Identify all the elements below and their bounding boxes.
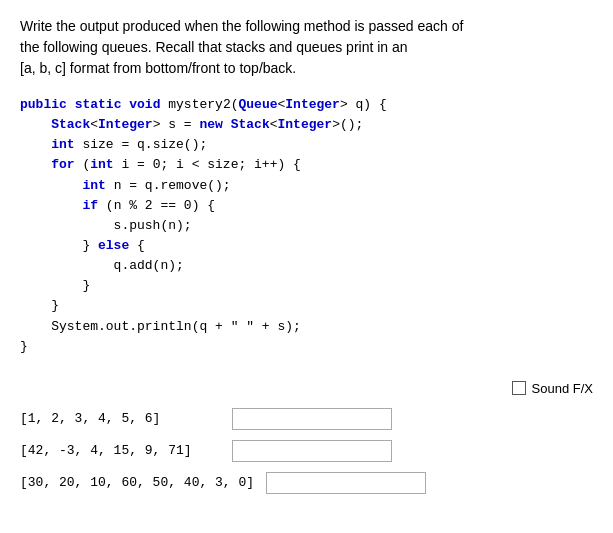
desc-line1: Write the output produced when the follo… — [20, 18, 463, 34]
code-block: public static void mystery2(Queue<Intege… — [20, 95, 593, 357]
sound-fx-label[interactable]: Sound F/X — [512, 381, 593, 396]
desc-line3: [a, b, c] format from bottom/front to to… — [20, 60, 296, 76]
queue-label-1: [1, 2, 3, 4, 5, 6] — [20, 411, 220, 426]
queue-row-1: [1, 2, 3, 4, 5, 6] — [20, 408, 593, 430]
desc-line2: the following queues. Recall that stacks… — [20, 39, 408, 55]
sound-fx-row: Sound F/X — [20, 381, 593, 396]
queue-row-3: [30, 20, 10, 60, 50, 40, 3, 0] — [20, 472, 593, 494]
description: Write the output produced when the follo… — [20, 16, 593, 79]
sound-fx-text: Sound F/X — [532, 381, 593, 396]
queue-input-3[interactable] — [266, 472, 426, 494]
queue-row-2: [42, -3, 4, 15, 9, 71] — [20, 440, 593, 462]
queue-label-3: [30, 20, 10, 60, 50, 40, 3, 0] — [20, 475, 254, 490]
queue-input-2[interactable] — [232, 440, 392, 462]
sound-fx-checkbox[interactable] — [512, 381, 526, 395]
queue-label-2: [42, -3, 4, 15, 9, 71] — [20, 443, 220, 458]
queue-input-1[interactable] — [232, 408, 392, 430]
